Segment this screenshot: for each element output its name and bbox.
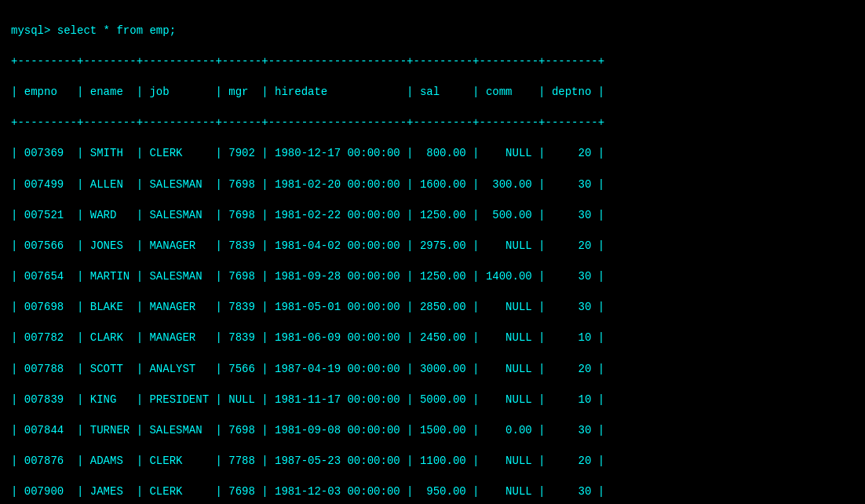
- emp-row-7: | 007788 | SCOTT | ANALYST | 7566 | 1987…: [11, 363, 604, 375]
- emp-row-3: | 007566 | JONES | MANAGER | 7839 | 1981…: [11, 239, 604, 252]
- emp-header: | empno | ename | job | mgr | hiredate |…: [11, 86, 604, 98]
- emp-row-8: | 007839 | KING | PRESIDENT | NULL | 198…: [11, 393, 604, 406]
- emp-row-9: | 007844 | TURNER | SALESMAN | 7698 | 19…: [11, 424, 604, 436]
- emp-row-4: | 007654 | MARTIN | SALESMAN | 7698 | 19…: [11, 270, 604, 283]
- emp-row-10: | 007876 | ADAMS | CLERK | 7788 | 1987-0…: [11, 455, 604, 467]
- emp-row-2: | 007521 | WARD | SALESMAN | 7698 | 1981…: [11, 209, 604, 221]
- terminal-output: mysql> select * from emp; +---------+---…: [11, 8, 854, 504]
- prompt1: mysql> select * from emp;: [11, 24, 176, 37]
- emp-row-6: | 007782 | CLARK | MANAGER | 7839 | 1981…: [11, 331, 604, 344]
- emp-row-11: | 007900 | JAMES | CLERK | 7698 | 1981-1…: [11, 485, 604, 498]
- emp-row-1: | 007499 | ALLEN | SALESMAN | 7698 | 198…: [11, 178, 604, 191]
- emp-border-top: +---------+--------+-----------+------+-…: [11, 55, 604, 68]
- emp-row-0: | 007369 | SMITH | CLERK | 7902 | 1980-1…: [11, 147, 604, 159]
- emp-border-mid: +---------+--------+-----------+------+-…: [11, 116, 604, 129]
- emp-row-5: | 007698 | BLAKE | MANAGER | 7839 | 1981…: [11, 301, 604, 313]
